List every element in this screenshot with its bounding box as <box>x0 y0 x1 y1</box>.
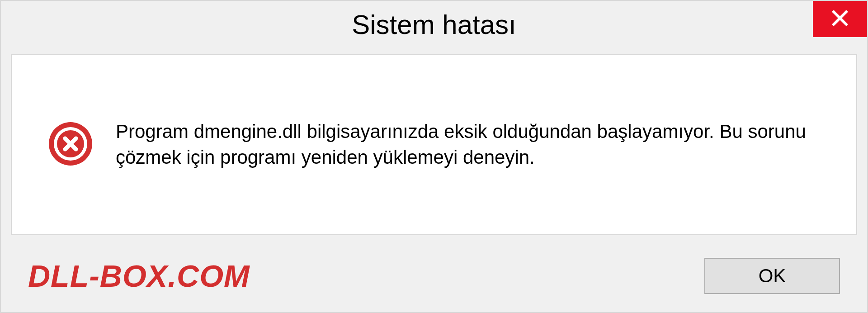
error-dialog: Sistem hatası Program dmengine.dll bilgi… <box>0 0 868 313</box>
error-icon <box>48 121 93 168</box>
content-area: Program dmengine.dll bilgisayarınızda ek… <box>11 54 857 235</box>
close-icon <box>831 9 849 29</box>
dialog-title: Sistem hatası <box>352 9 516 40</box>
ok-button[interactable]: OK <box>704 258 840 294</box>
watermark-text: DLL-BOX.COM <box>28 258 250 294</box>
ok-button-label: OK <box>759 265 786 287</box>
dialog-footer: DLL-BOX.COM OK <box>1 240 867 312</box>
error-message: Program dmengine.dll bilgisayarınızda ek… <box>116 119 829 170</box>
titlebar: Sistem hatası <box>1 1 867 48</box>
close-button[interactable] <box>813 1 867 37</box>
